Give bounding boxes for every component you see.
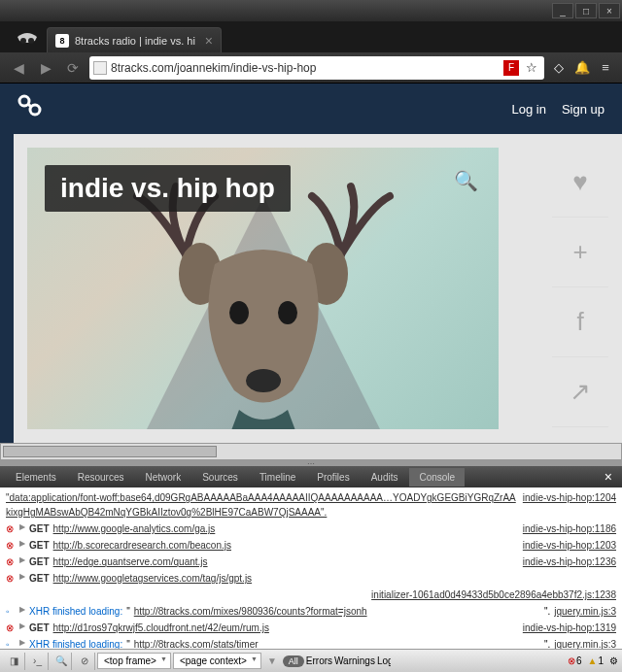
console-line: ⊗▶GET http://edge.quantserve.com/quant.j… — [6, 554, 616, 570]
url-input[interactable] — [111, 61, 500, 75]
devtools-tab-console[interactable]: Console — [409, 468, 465, 487]
devtools-statusbar: ◨ ›_ 🔍 ⊘ <top frame> <page context> ▼ Al… — [0, 649, 622, 672]
console-line: initializer-1061ad0d49433d5b0ce2896a4ebb… — [6, 587, 616, 603]
login-link[interactable]: Log in — [511, 102, 545, 117]
close-window-button[interactable]: × — [599, 3, 620, 18]
filter-errors[interactable]: Errors — [306, 655, 332, 666]
maximize-button[interactable]: □ — [575, 3, 597, 18]
action-sidebar: ♥ + f ↗ — [552, 148, 608, 427]
console-output[interactable]: "data:application/font-woff;base64,d09GR… — [0, 487, 622, 649]
search-icon[interactable]: 🔍 — [51, 653, 72, 670]
devtools-tab-timeline[interactable]: Timeline — [250, 468, 305, 487]
extension-icon-1[interactable]: ◇ — [550, 59, 568, 77]
zoom-icon[interactable]: 🔍 — [450, 165, 481, 196]
scrollbar-thumb[interactable] — [3, 446, 217, 457]
filter-all[interactable]: All — [283, 655, 304, 667]
tab-close-icon[interactable]: × — [205, 33, 213, 49]
site-logo[interactable] — [17, 94, 45, 123]
add-button[interactable]: + — [552, 218, 608, 287]
menu-icon[interactable]: ≡ — [597, 59, 614, 77]
bookmark-star-icon[interactable]: ☆ — [523, 59, 540, 77]
browser-tab[interactable]: 8 8tracks radio | indie vs. hi × — [47, 27, 222, 52]
console-line: ⊗▶GET http://b.scorecardresearch.com/bea… — [6, 537, 616, 554]
error-count[interactable]: ⊗6 — [568, 655, 582, 666]
console-toggle-button[interactable]: ›_ — [27, 653, 49, 670]
reload-button[interactable]: ⟳ — [62, 57, 84, 79]
devtools-tab-profiles[interactable]: Profiles — [307, 468, 359, 487]
context-selector[interactable]: <page context> — [173, 653, 261, 669]
console-line: ⊗▶GET http://www.googletagservices.com/t… — [6, 570, 616, 587]
forward-button[interactable]: ▶ — [35, 57, 56, 79]
url-bar[interactable]: F ☆ — [89, 56, 544, 80]
favicon-icon: 8 — [55, 34, 69, 48]
like-button[interactable]: ♥ — [552, 148, 608, 218]
site-header: Log in Sign up — [0, 84, 622, 134]
tab-title: 8tracks radio | indie vs. hi — [75, 35, 199, 47]
browser-toolbar: ◀ ▶ ⟳ F ☆ ◇ 🔔 ≡ — [0, 52, 622, 84]
console-line: ◦▶XHR finished loading: "http://8tracks.… — [6, 603, 616, 620]
back-button[interactable]: ◀ — [8, 57, 29, 79]
minimize-button[interactable]: _ — [552, 3, 573, 18]
console-line: ⊗▶GET http://www.google-analytics.com/ga… — [6, 521, 616, 537]
devtools-close-icon[interactable]: × — [601, 469, 616, 485]
filter-warnings[interactable]: Warnings — [334, 655, 375, 666]
devtools-panel: ElementsResourcesNetworkSourcesTimelineP… — [0, 460, 622, 672]
page-viewport: Log in Sign up indie vs. hip hop 🔍 ♥ + f — [0, 84, 622, 443]
svg-point-7 — [229, 301, 249, 324]
content-area: indie vs. hip hop 🔍 ♥ + f ↗ — [14, 134, 622, 443]
console-line: ◦▶XHR finished loading: "http://8tracks.… — [6, 636, 616, 649]
incognito-icon — [8, 25, 47, 52]
dock-button[interactable]: ◨ — [4, 653, 25, 670]
flash-icon[interactable]: F — [503, 60, 519, 76]
window-titlebar: _ □ × — [0, 0, 622, 21]
svg-point-8 — [278, 301, 297, 324]
site-nav: Log in Sign up — [511, 102, 605, 117]
settings-icon[interactable]: ⚙ — [609, 655, 618, 666]
devtools-tab-resources[interactable]: Resources — [68, 468, 134, 487]
filter-logs[interactable]: Logs — [377, 655, 391, 666]
mix-cover[interactable]: indie vs. hip hop 🔍 — [27, 148, 499, 429]
warning-count[interactable]: ▲1 — [588, 655, 604, 666]
console-line: "data:application/font-woff;base64,d09GR… — [6, 489, 616, 521]
clear-button[interactable]: ⊘ — [74, 653, 95, 670]
devtools-tab-elements[interactable]: Elements — [6, 468, 66, 487]
horizontal-scrollbar[interactable] — [0, 443, 622, 460]
facebook-button[interactable]: f — [552, 287, 608, 357]
browser-tabstrip: 8 8tracks radio | indie vs. hi × — [0, 21, 622, 52]
svg-point-1 — [28, 38, 34, 44]
share-button[interactable]: ↗ — [552, 357, 608, 427]
signup-link[interactable]: Sign up — [562, 102, 605, 117]
svg-point-9 — [246, 369, 281, 392]
devtools-tab-network[interactable]: Network — [136, 468, 191, 487]
page-icon — [93, 61, 107, 75]
svg-point-0 — [20, 38, 26, 44]
devtools-tab-sources[interactable]: Sources — [192, 468, 248, 487]
devtools-tab-audits[interactable]: Audits — [362, 468, 408, 487]
console-line: ⊗▶GET http://d1ros97qkrwjf5.cloudfront.n… — [6, 620, 616, 636]
extension-icon-2[interactable]: 🔔 — [573, 59, 591, 77]
frame-selector[interactable]: <top frame> — [97, 653, 171, 669]
devtools-tabs: ElementsResourcesNetworkSourcesTimelineP… — [0, 466, 622, 487]
mix-title: indie vs. hip hop — [45, 165, 291, 212]
